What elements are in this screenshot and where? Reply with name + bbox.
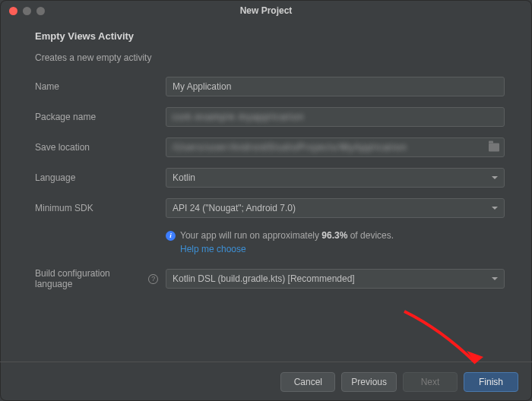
name-label: Name xyxy=(35,81,158,92)
help-me-choose-link[interactable]: Help me choose xyxy=(166,244,505,254)
minsdk-value: API 24 ("Nougat"; Android 7.0) xyxy=(173,203,296,213)
dialog-footer: Cancel Previous Next Finish xyxy=(0,362,532,401)
location-label: Save location xyxy=(35,142,158,153)
sdk-info-text: Your app will run on approximately 96.3%… xyxy=(180,230,394,241)
cancel-button[interactable]: Cancel xyxy=(280,372,335,392)
new-project-dialog: New Project Empty Views Activity Creates… xyxy=(0,0,532,401)
next-button: Next xyxy=(403,372,458,392)
language-dropdown[interactable]: Kotlin xyxy=(166,168,505,188)
location-value: /Users/user/AndroidStudioProjects/MyAppl… xyxy=(173,142,407,153)
name-value: My Application xyxy=(173,81,231,92)
minsdk-dropdown[interactable]: API 24 ("Nougat"; Android 7.0) xyxy=(166,198,505,218)
package-value: com.example.myapplication xyxy=(173,112,304,122)
minimize-icon[interactable] xyxy=(23,7,31,15)
package-label: Package name xyxy=(35,112,158,122)
buildlang-dropdown[interactable]: Kotlin DSL (build.gradle.kts) [Recommend… xyxy=(166,269,505,289)
form: Name My Application Package name com.exa… xyxy=(35,77,505,289)
minsdk-label: Minimum SDK xyxy=(35,203,158,213)
zoom-icon[interactable] xyxy=(36,7,45,15)
dialog-content: Empty Views Activity Creates a new empty… xyxy=(0,21,532,362)
titlebar: New Project xyxy=(0,0,532,21)
window-controls xyxy=(0,7,45,15)
language-value: Kotlin xyxy=(173,172,195,183)
browse-folder-icon[interactable] xyxy=(489,144,499,152)
info-icon: i xyxy=(166,231,176,241)
package-input[interactable]: com.example.myapplication xyxy=(166,107,505,127)
finish-button[interactable]: Finish xyxy=(464,372,518,392)
page-subtitle: Creates a new empty activity xyxy=(35,52,505,63)
close-icon[interactable] xyxy=(9,7,17,15)
sdk-info: i Your app will run on approximately 96.… xyxy=(166,230,505,254)
window-title: New Project xyxy=(0,5,532,16)
page-title: Empty Views Activity xyxy=(35,30,505,42)
help-icon[interactable]: ? xyxy=(148,274,158,284)
location-input[interactable]: /Users/user/AndroidStudioProjects/MyAppl… xyxy=(166,137,505,157)
buildlang-label: Build configuration language ? xyxy=(35,268,158,289)
previous-button[interactable]: Previous xyxy=(341,372,397,392)
buildlang-value: Kotlin DSL (build.gradle.kts) [Recommend… xyxy=(173,273,355,284)
language-label: Language xyxy=(35,172,158,183)
name-input[interactable]: My Application xyxy=(166,77,505,96)
